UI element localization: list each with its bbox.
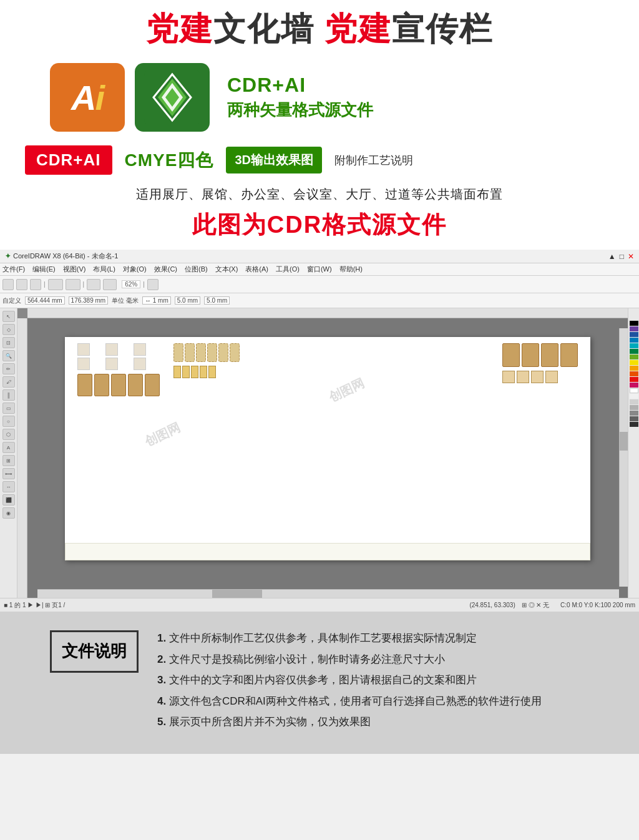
tool-rect[interactable]: ▭ — [2, 403, 15, 414]
prop-v1[interactable]: 5.0 mm — [175, 296, 200, 305]
tool-crop[interactable]: ⊡ — [2, 337, 15, 348]
cdr-format-text: 此图为CDR格式源文件 — [192, 212, 447, 238]
color-pink[interactable] — [630, 383, 638, 388]
tool-pen[interactable]: 🖊 — [2, 376, 15, 388]
title-part2: 文化墙 — [213, 11, 324, 47]
tool-parallel[interactable]: ║ — [2, 389, 15, 401]
toolbar-new[interactable] — [2, 279, 14, 290]
coords: (24.851, 63.303) — [469, 602, 515, 608]
prop-unit: 单位 毫米 — [112, 296, 139, 305]
maximize-icon[interactable]: □ — [620, 252, 624, 261]
toolbar-save[interactable] — [30, 279, 41, 290]
color-yellow[interactable] — [630, 360, 638, 365]
prop-v2[interactable]: 5.0 mm — [204, 296, 230, 305]
menu-tools[interactable]: 工具(O) — [276, 265, 300, 274]
cdr-titlebar: ✦ CoreIDRAW X8 (64-Bit) - 未命名-1 ▲ □ ✕ — [0, 250, 639, 263]
note-item-2: 文件尺寸是投稿比例缩小设计，制作时请务必注意尺寸大小 — [157, 652, 589, 668]
prop-width[interactable]: 564.444 mm — [25, 296, 65, 305]
color-gray3[interactable] — [630, 411, 638, 416]
scrollbar-thumb-h[interactable] — [212, 590, 262, 598]
prop-snap[interactable]: ↔ 1 mm — [142, 296, 171, 305]
color-purple[interactable] — [630, 326, 638, 331]
color-white[interactable] — [630, 388, 638, 393]
title-part4: 宣传栏 — [392, 11, 493, 47]
color-gray2[interactable] — [630, 405, 638, 410]
format-line2: 两种矢量格式源文件 — [227, 99, 373, 121]
menu-layout[interactable]: 布局(L) — [93, 265, 115, 274]
tool-ellipse[interactable]: ○ — [2, 416, 15, 427]
tool-select[interactable]: ↖ — [2, 311, 15, 322]
color-nearblack[interactable] — [630, 422, 638, 427]
color-green[interactable] — [630, 349, 638, 354]
color-darkorange[interactable] — [630, 371, 638, 376]
menu-file[interactable]: 文件(F) — [2, 265, 25, 274]
menu-edit[interactable]: 编辑(E) — [32, 265, 56, 274]
menu-effects[interactable]: 效果(C) — [154, 265, 177, 274]
toolbar-snap[interactable] — [147, 279, 159, 290]
tool-connect[interactable]: ⟷ — [2, 468, 15, 479]
cdr-menubar: 文件(F) 编辑(E) 视图(V) 布局(L) 对象(O) 效果(C) 位图(B… — [0, 263, 639, 276]
menu-text[interactable]: 文本(X) — [215, 265, 238, 274]
toolbar-undo[interactable] — [48, 279, 63, 290]
menu-table[interactable]: 表格(A) — [245, 265, 268, 274]
color-cyan[interactable] — [630, 343, 638, 348]
sq6 — [134, 358, 146, 370]
s-p4 — [200, 366, 207, 378]
close-icon[interactable]: ✕ — [628, 252, 634, 261]
color-darkblue[interactable] — [630, 332, 638, 337]
scrollbar-thumb-v[interactable] — [620, 432, 628, 451]
menu-view[interactable]: 视图(V) — [63, 265, 86, 274]
menu-bitmap[interactable]: 位图(B) — [185, 265, 208, 274]
toolbar-redo[interactable] — [66, 279, 80, 290]
menu-object[interactable]: 对象(O) — [123, 265, 147, 274]
subtitle-text: 适用展厅、展馆、办公室、会议室、大厅、过道等公共墙面布置 — [136, 187, 503, 201]
scrollbar-h[interactable] — [37, 589, 619, 598]
color-lightgreen[interactable] — [630, 354, 638, 359]
menu-window[interactable]: 窗口(W) — [307, 265, 332, 274]
tool-freehand[interactable]: ✏ — [2, 363, 15, 374]
title-part3: 党建 — [324, 11, 392, 47]
prop-height[interactable]: 176.389 mm — [69, 296, 109, 305]
tool-fill[interactable]: ⬛ — [2, 494, 15, 505]
cdr-canvas-area[interactable]: 创图网 创图网 — [17, 308, 628, 598]
file-info-label: 文件说明 — [50, 630, 139, 673]
cdr-logo-svg — [144, 69, 200, 125]
right-panels — [502, 343, 578, 367]
screenshot-container: ✦ CoreIDRAW X8 (64-Bit) - 未命名-1 ▲ □ ✕ 文件… — [0, 250, 639, 612]
color-gray1[interactable] — [630, 399, 638, 404]
file-info-list: 文件中所标制作工艺仅供参考，具体制作工艺要根据实际情况制定 文件尺寸是投稿比例缩… — [157, 630, 589, 735]
s-p5 — [208, 366, 216, 378]
color-darkgray[interactable] — [630, 416, 638, 421]
sq1 — [77, 343, 90, 356]
sq4 — [77, 358, 90, 370]
title-part1: 党建 — [146, 11, 213, 47]
color-red[interactable] — [630, 377, 638, 382]
s-p2 — [182, 366, 190, 378]
color-blue[interactable] — [630, 338, 638, 343]
ruler-left — [17, 318, 27, 598]
cdr-canvas[interactable]: 创图网 创图网 — [27, 318, 628, 598]
menu-help[interactable]: 帮助(H) — [339, 265, 363, 274]
toolbar-export[interactable] — [103, 279, 117, 290]
file-info-box: 文件说明 文件中所标制作工艺仅供参考，具体制作工艺要根据实际情况制定 文件尺寸是… — [50, 630, 589, 735]
tool-shape[interactable]: ◇ — [2, 324, 15, 335]
mid-p3 — [196, 343, 206, 362]
tool-polygon[interactable]: ⬡ — [2, 429, 15, 440]
color-lightgray[interactable] — [630, 394, 638, 399]
sq3 — [134, 343, 146, 356]
tool-text[interactable]: A — [2, 442, 15, 453]
color-black[interactable] — [630, 321, 638, 326]
mid-p2 — [185, 343, 195, 362]
minimize-icon[interactable]: ▲ — [608, 252, 616, 261]
tool-zoom[interactable]: 🔍 — [2, 350, 15, 361]
note-item-5: 展示页中所含图片并不为实物，仅为效果图 — [157, 714, 589, 730]
design-right-group — [502, 343, 578, 383]
scrollbar-v[interactable] — [619, 328, 628, 587]
tool-eye[interactable]: ◉ — [2, 507, 15, 519]
tool-table[interactable]: ⊞ — [2, 455, 15, 466]
toolbar-open[interactable] — [16, 279, 27, 290]
tool-measure[interactable]: ↔ — [2, 481, 15, 492]
color-orange[interactable] — [630, 366, 638, 371]
main-title: 党建文化墙 党建宣传栏 — [25, 11, 614, 47]
toolbar-import[interactable] — [87, 279, 100, 290]
